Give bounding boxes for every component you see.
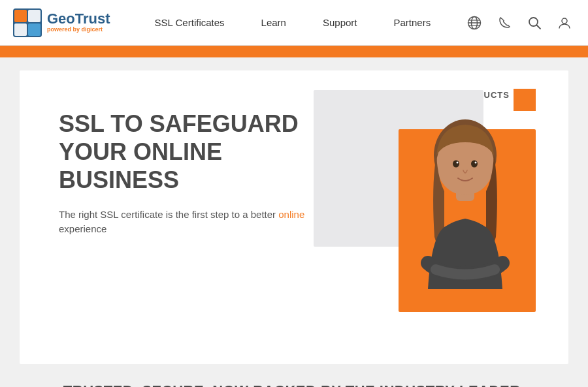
nav-ssl-certificates[interactable]: SSL Certificates — [137, 0, 243, 46]
hero-title: SSL TO SAFEGUARD YOUR ONLINE BUSINESS — [59, 110, 340, 194]
nav-links: SSL Certificates Learn Support Partners — [137, 0, 464, 46]
hero-online-link[interactable]: online — [278, 209, 304, 220]
nav-icons — [464, 12, 575, 33]
hero-image-area — [314, 90, 536, 371]
bottom-title: TRUSTED. SECURE. NOW BACKED BY THE INDUS… — [39, 382, 549, 387]
logo-name: GeoTrust — [47, 12, 110, 26]
svg-rect-4 — [28, 23, 41, 36]
hero-card: ALL PRODUCTS — [20, 70, 568, 364]
phone-icon[interactable] — [494, 12, 515, 33]
navbar: GeoTrust powered by digicert SSL Certifi… — [0, 0, 588, 46]
svg-point-19 — [475, 162, 477, 164]
svg-point-17 — [471, 161, 478, 168]
logo-sub: powered by digicert — [47, 26, 110, 33]
nav-support[interactable]: Support — [304, 0, 376, 46]
logo-text: GeoTrust powered by digicert — [47, 12, 110, 33]
svg-point-18 — [457, 162, 459, 164]
nav-learn[interactable]: Learn — [243, 0, 304, 46]
hero-person-illustration — [395, 106, 536, 341]
svg-rect-1 — [14, 10, 27, 22]
globe-icon[interactable] — [464, 12, 485, 33]
svg-point-12 — [562, 18, 567, 23]
orange-band — [0, 46, 588, 57]
svg-rect-2 — [28, 10, 41, 22]
svg-point-16 — [453, 161, 459, 168]
svg-rect-3 — [14, 23, 27, 36]
logo[interactable]: GeoTrust powered by digicert — [13, 8, 110, 37]
search-icon[interactable] — [524, 12, 545, 33]
user-icon[interactable] — [554, 12, 575, 33]
geotrust-logo-icon — [13, 8, 42, 37]
svg-line-11 — [537, 25, 541, 29]
hero-content: SSL TO SAFEGUARD YOUR ONLINE BUSINESS Th… — [20, 70, 340, 263]
hero-description: The right SSL certificate is the first s… — [59, 208, 340, 237]
main-area: ALL PRODUCTS — [0, 57, 588, 387]
nav-partners[interactable]: Partners — [376, 0, 449, 46]
